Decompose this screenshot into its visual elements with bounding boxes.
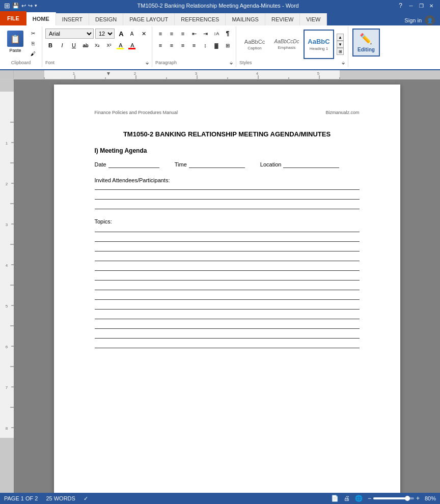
show-hide-button[interactable]: ¶ — [223, 29, 233, 39]
proofing-icon[interactable]: ✓ — [84, 495, 88, 502]
zoom-in-button[interactable]: + — [416, 495, 420, 502]
styles-expand[interactable]: ⊞ — [337, 48, 344, 55]
style-heading1[interactable]: AaBbC Heading 1 — [304, 30, 334, 59]
text-highlight-button[interactable]: A — [116, 40, 126, 50]
topic-line-9 — [95, 309, 360, 310]
tab-design[interactable]: DESIGN — [89, 13, 123, 25]
topic-line-3 — [95, 251, 360, 251]
svg-text:5: 5 — [5, 304, 8, 309]
decrease-indent-button[interactable]: ⇤ — [189, 29, 199, 39]
copy-button[interactable]: ⎘ — [29, 39, 38, 48]
svg-text:3: 3 — [5, 222, 8, 227]
document-page: Finance Policies and Procedures Manual B… — [54, 85, 400, 504]
zoom-out-button[interactable]: − — [368, 495, 371, 502]
tab-page-layout[interactable]: PAGE LAYOUT — [123, 13, 175, 25]
justify-button[interactable]: ≡ — [189, 40, 199, 50]
svg-text:7: 7 — [5, 385, 8, 390]
topic-line-2 — [95, 241, 360, 242]
format-painter-button[interactable]: 🖌 — [29, 49, 38, 58]
web-layout-icon[interactable]: 🌐 — [355, 495, 363, 502]
topic-line-1 — [95, 232, 360, 232]
paste-button[interactable]: 📋 Paste — [4, 29, 26, 58]
quick-access-toolbar: ⊞ 💾 ↩ ↪ ▾ — [4, 2, 37, 10]
vertical-ruler-svg: 1 2 3 4 5 6 7 8 — [0, 81, 14, 499]
sort-button[interactable]: ↕A — [211, 29, 222, 39]
tab-insert[interactable]: INSERT — [56, 13, 89, 25]
style-emphasis-label: Emphasis — [278, 45, 295, 50]
styles-scroll-down[interactable]: ▼ — [337, 41, 344, 48]
location-field: Location — [260, 161, 340, 168]
topics-label: Topics: — [95, 218, 360, 225]
paragraph-group-label: Paragraph — [155, 60, 177, 65]
topic-line-13 — [95, 348, 360, 348]
field-row-date-time-location: Date Time Location — [95, 161, 360, 168]
location-label: Location — [260, 161, 282, 167]
tab-mailings[interactable]: MAILINGS — [226, 13, 265, 25]
cut-button[interactable]: ✂ — [29, 29, 38, 38]
font-color-button[interactable]: A — [127, 40, 138, 50]
zoom-percent[interactable]: 80% — [425, 495, 436, 501]
undo-icon[interactable]: ↩ — [21, 3, 26, 9]
strikethrough-button[interactable]: ab — [80, 40, 91, 50]
date-label: Date — [95, 161, 106, 167]
tab-file[interactable]: FILE — [0, 11, 26, 25]
read-mode-icon[interactable]: 📄 — [331, 495, 339, 502]
align-left-button[interactable]: ≡ — [155, 40, 166, 50]
shrink-font-button[interactable]: A — [127, 29, 137, 39]
save-icon[interactable]: 💾 — [12, 3, 19, 9]
numbering-button[interactable]: ≡ — [167, 29, 177, 39]
ruler-area: 1 2 3 4 5 — [0, 70, 440, 79]
font-size-select[interactable]: 12 10 14 16 — [95, 29, 115, 39]
style-caption[interactable]: AaBbCc Caption — [239, 30, 270, 59]
align-center-button[interactable]: ≡ — [167, 40, 177, 50]
align-right-button[interactable]: ≡ — [178, 40, 188, 50]
horizontal-ruler: 1 2 3 4 5 — [14, 70, 440, 79]
paragraph-expand-icon[interactable]: ⬙ — [230, 61, 233, 65]
grow-font-button[interactable]: A — [116, 29, 126, 39]
minimize-button[interactable]: ─ — [406, 2, 416, 10]
print-layout-icon[interactable]: 🖨 — [344, 495, 350, 502]
svg-text:2: 2 — [5, 182, 8, 186]
signin-link[interactable]: Sign in — [404, 17, 422, 23]
date-line — [108, 161, 159, 168]
close-button[interactable]: ✕ — [427, 2, 436, 10]
italic-button[interactable]: I — [57, 40, 67, 50]
clear-formatting-button[interactable]: ✕ — [139, 29, 149, 39]
zoom-slider-area: − + — [368, 495, 420, 502]
paste-icon: 📋 — [7, 31, 23, 47]
status-bar: PAGE 1 OF 2 25 WORDS ✓ 📄 🖨 🌐 − + 80% — [0, 493, 440, 504]
styles-expand-icon[interactable]: ⬙ — [342, 61, 345, 65]
bold-button[interactable]: B — [45, 40, 56, 50]
help-button[interactable]: ? — [399, 2, 402, 9]
font-name-select[interactable]: Arial Times New Roman Calibri — [45, 29, 94, 39]
bullets-button[interactable]: ≡ — [155, 29, 166, 39]
location-line — [283, 161, 339, 168]
paragraph-group: ≡ ≡ ≡ ⇤ ⇥ ↕A ¶ ≡ ≡ ≡ ≡ ↕ ▓ ⊞ Paragraph ⬙ — [152, 26, 236, 67]
tab-view[interactable]: VIEW — [300, 13, 327, 25]
editing-button[interactable]: ✏️ Editing — [352, 29, 380, 57]
redo-icon[interactable]: ↪ — [28, 3, 33, 9]
line-spacing-button[interactable]: ↕ — [200, 40, 210, 50]
topic-line-4 — [95, 261, 360, 261]
borders-button[interactable]: ⊞ — [223, 40, 233, 50]
style-emphasis[interactable]: AaBbCcDc Emphasis — [271, 30, 302, 59]
restore-button[interactable]: ❐ — [417, 2, 426, 10]
style-heading1-preview: AaBbC — [306, 38, 332, 45]
tab-home[interactable]: HOME — [26, 12, 56, 25]
increase-indent-button[interactable]: ⇥ — [200, 29, 210, 39]
svg-text:8: 8 — [5, 426, 8, 431]
tab-references[interactable]: REFERENCES — [175, 13, 226, 25]
superscript-button[interactable]: X² — [104, 40, 114, 50]
topic-line-11 — [95, 328, 360, 329]
subscript-button[interactable]: X₂ — [92, 40, 102, 50]
zoom-fill — [373, 497, 406, 499]
font-group-label: Font — [45, 60, 54, 65]
shading-button[interactable]: ▓ — [211, 40, 222, 50]
multilevel-button[interactable]: ≡ — [178, 29, 188, 39]
underline-button[interactable]: U — [69, 40, 79, 50]
styles-scroll-up[interactable]: ▲ — [337, 34, 344, 41]
tab-review[interactable]: REVIEW — [265, 13, 300, 25]
font-expand-icon[interactable]: ⬙ — [146, 61, 149, 65]
zoom-bar[interactable] — [373, 497, 414, 499]
topic-line-5 — [95, 270, 360, 271]
